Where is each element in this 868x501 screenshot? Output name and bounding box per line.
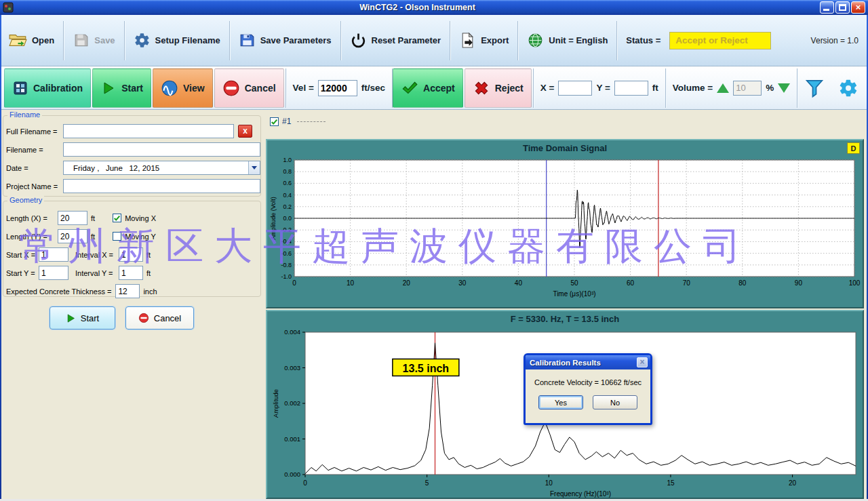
- dialog-button-row: Yes No: [526, 395, 650, 409]
- title-bar: WinCTG2 - Olson Instrument: [0, 0, 868, 15]
- cancel-button[interactable]: Cancel: [214, 68, 284, 108]
- interval-x-unit: ft: [146, 251, 151, 259]
- svg-text:80: 80: [738, 279, 747, 287]
- volume-up-button[interactable]: [717, 83, 729, 93]
- view-button[interactable]: View: [153, 68, 213, 108]
- export-label: Export: [481, 35, 509, 45]
- save-button[interactable]: Save: [64, 15, 123, 66]
- svg-text:0.4: 0.4: [283, 192, 292, 199]
- channel-toggle[interactable]: #1: [270, 117, 326, 126]
- dialog-yes-button[interactable]: Yes: [538, 395, 583, 409]
- status-value: Accept or Reject: [669, 32, 771, 49]
- volume-unit: %: [766, 83, 774, 93]
- date-combobox[interactable]: Friday , June 12, 2015: [63, 161, 260, 175]
- svg-text:-0.8: -0.8: [281, 262, 292, 268]
- filter-button[interactable]: [797, 78, 831, 98]
- x-input[interactable]: [558, 81, 592, 96]
- calibration-results-dialog: Calibration Results Concrete Velocity = …: [524, 353, 652, 425]
- svg-text:1.0: 1.0: [283, 157, 292, 163]
- start-y-label: Start Y =: [6, 269, 39, 277]
- start-label: Start: [121, 83, 143, 94]
- dialog-message: Concrete Velocity = 10662 ft/sec: [526, 378, 650, 386]
- project-name-input[interactable]: [63, 179, 260, 193]
- start-button-panel[interactable]: Start: [50, 306, 115, 329]
- xy-field-group: X = Y = ft: [534, 81, 665, 96]
- velocity-input[interactable]: [318, 80, 357, 96]
- filename-group: Filename Full Filename = x Filename = Da…: [3, 115, 261, 197]
- dialog-close-button[interactable]: [637, 357, 648, 367]
- svg-text:40: 40: [515, 279, 523, 287]
- x-label: X =: [540, 83, 555, 93]
- settings-gear-icon: [838, 78, 859, 98]
- svg-text:0.0: 0.0: [283, 215, 292, 222]
- svg-text:Frequency (Hz)(10³): Frequency (Hz)(10³): [550, 490, 611, 498]
- svg-text:15: 15: [667, 479, 675, 487]
- export-button[interactable]: Export: [450, 15, 517, 66]
- start-button[interactable]: Start: [92, 68, 151, 108]
- reject-button[interactable]: Reject: [465, 68, 532, 108]
- interval-y-label: Interval Y =: [75, 269, 119, 277]
- accept-label: Accept: [423, 83, 455, 94]
- length-y-input[interactable]: [58, 229, 87, 243]
- volume-label: Volume =: [673, 83, 713, 93]
- dialog-no-button[interactable]: No: [593, 395, 637, 409]
- panel-cancel-label: Cancel: [154, 313, 181, 323]
- unit-button[interactable]: Unit = English: [518, 15, 616, 66]
- accept-button[interactable]: Accept: [393, 68, 463, 108]
- svg-text:Time (μs)(10³): Time (μs)(10³): [553, 290, 595, 298]
- d-button[interactable]: D: [847, 142, 860, 154]
- svg-text:Amplitude: Amplitude: [272, 389, 279, 418]
- interval-x-input[interactable]: [119, 247, 143, 262]
- y-input[interactable]: [614, 81, 648, 96]
- window-title: WinCTG2 - Olson Instrument: [16, 3, 818, 12]
- reset-parameter-button[interactable]: Reset Parameter: [341, 15, 450, 66]
- spectrum-chart-title: F = 5330. Hz, T = 13.5 inch: [267, 314, 863, 324]
- minimize-button[interactable]: [820, 1, 834, 14]
- legend-dash-line: [297, 121, 326, 122]
- channel-checkbox[interactable]: [270, 117, 279, 126]
- combo-dropdown-button[interactable]: [248, 161, 260, 174]
- view-label: View: [183, 83, 205, 94]
- volume-input[interactable]: [733, 81, 762, 96]
- no-entry-icon: [138, 313, 149, 323]
- play-icon: [100, 80, 117, 96]
- funnel-icon: [804, 78, 825, 98]
- start-y-input[interactable]: [39, 266, 68, 280]
- channel-label: #1: [282, 117, 291, 126]
- calibration-button[interactable]: Calibration: [4, 68, 91, 108]
- svg-text:20: 20: [403, 279, 411, 287]
- svg-text:10: 10: [545, 479, 553, 487]
- status-group: Status = Accept or Reject: [617, 15, 780, 66]
- length-x-input[interactable]: [58, 211, 87, 225]
- reset-parameter-label: Reset Parameter: [372, 35, 441, 45]
- svg-text:Amplitude (Volt): Amplitude (Volt): [270, 197, 277, 240]
- status-label: Status =: [626, 35, 660, 45]
- volume-down-button[interactable]: [778, 83, 790, 93]
- start-x-input[interactable]: [39, 247, 68, 262]
- cancel-button-panel[interactable]: Cancel: [125, 306, 194, 329]
- save-parameters-button[interactable]: Save Parameters: [230, 15, 340, 66]
- thickness-unit: inch: [143, 287, 157, 296]
- open-button[interactable]: Open: [0, 15, 63, 66]
- svg-text:13.5 inch: 13.5 inch: [403, 363, 449, 374]
- svg-text:20: 20: [789, 479, 797, 487]
- play-icon: [66, 313, 76, 323]
- geometry-group: Geometry Length (X) = ft Moving X Length…: [3, 201, 261, 297]
- thickness-input[interactable]: [115, 284, 140, 298]
- svg-text:10: 10: [347, 279, 355, 287]
- maximize-button[interactable]: [835, 1, 850, 14]
- setup-filename-button[interactable]: Setup Filename: [125, 15, 229, 66]
- settings-panel: Filename Full Filename = x Filename = Da…: [0, 110, 264, 501]
- settings-button[interactable]: [831, 78, 865, 98]
- panel-start-label: Start: [81, 313, 99, 323]
- clear-filename-button[interactable]: x: [238, 125, 252, 138]
- interval-y-input[interactable]: [119, 266, 143, 280]
- filename-input[interactable]: [63, 142, 260, 157]
- main-toolbar: Calibration Start View Cancel Vel = ft/s…: [0, 66, 868, 110]
- moving-y-checkbox[interactable]: [113, 232, 121, 241]
- full-filename-input[interactable]: [63, 124, 234, 138]
- moving-x-checkbox[interactable]: [113, 214, 121, 222]
- svg-text:90: 90: [795, 279, 803, 287]
- close-button[interactable]: [851, 1, 865, 14]
- window-border-left: [0, 15, 1, 501]
